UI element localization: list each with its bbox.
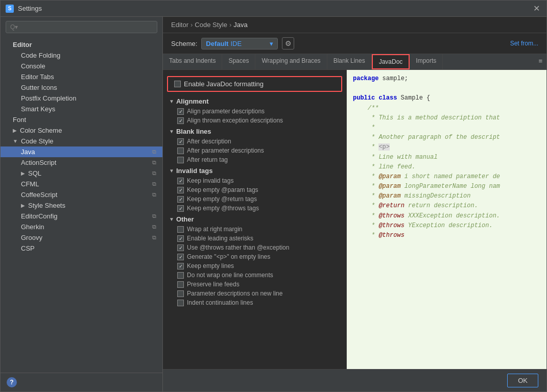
sidebar-item-coffeescript[interactable]: CoffeeScript ⧉ (1, 189, 162, 200)
scheme-select[interactable]: Default IDE ▾ (201, 38, 278, 50)
sidebar-item-code-style[interactable]: ▼ Code Style (1, 136, 162, 146)
sidebar-item-groovy[interactable]: Groovy ⧉ (1, 232, 162, 243)
alignment-header[interactable]: ▼ Alignment (163, 96, 346, 107)
no-wrap-one-line-checkbox[interactable] (177, 272, 184, 279)
preview-line: * Another paragraph of the descript (353, 133, 540, 142)
search-box (1, 17, 162, 37)
close-button[interactable]: ✕ (531, 4, 541, 14)
gear-button[interactable]: ⚙ (282, 37, 294, 50)
sidebar-item-editorconfig[interactable]: EditorConfig ⧉ (1, 211, 162, 222)
breadcrumb-editor: Editor (171, 21, 188, 29)
keep-empty-lines-checkbox[interactable] (177, 263, 184, 270)
sidebar-item-style-sheets[interactable]: ▶ Style Sheets (1, 200, 162, 211)
copy-icon: ⧉ (152, 234, 156, 241)
after-param-desc-checkbox[interactable] (177, 148, 184, 154)
copy-icon: ⧉ (152, 181, 156, 187)
sidebar-item-editor-tabs[interactable]: Editor Tabs (1, 71, 162, 82)
sidebar-item-gherkin[interactable]: Gherkin ⧉ (1, 222, 162, 232)
preview-line: * @param longParameterName long nam (353, 182, 540, 191)
titlebar-left: S Settings (6, 5, 42, 13)
tab-blank-lines[interactable]: Blank Lines (327, 54, 372, 69)
wrap-right-margin-checkbox[interactable] (177, 226, 184, 233)
sidebar-item-font[interactable]: Font (1, 114, 162, 125)
item-wrap-right-margin: Wrap at right margin (163, 225, 346, 234)
preview-line: public class Sample { (353, 93, 540, 103)
settings-window: S Settings ✕ Editor Code Folding Console (0, 0, 547, 392)
tab-wrapping-braces[interactable]: Wrapping and Braces (255, 54, 327, 69)
preserve-line-feeds-checkbox[interactable] (177, 281, 184, 288)
invalid-tags-header[interactable]: ▼ Invalid tags (163, 165, 346, 176)
tabs-bar: Tabs and Indents Spaces Wrapping and Bra… (163, 54, 546, 70)
tab-javadoc[interactable]: JavaDoc (372, 54, 410, 69)
keep-empty-return-checkbox[interactable] (177, 196, 184, 203)
preview-line: * @throws (353, 231, 540, 240)
section-invalid-tags: ▼ Invalid tags Keep invalid tags Keep em… (163, 165, 346, 213)
bottom-bar: OK (163, 369, 546, 391)
section-other: ▼ Other Wrap at right margin Enable lead… (163, 214, 346, 307)
item-keep-invalid: Keep invalid tags (163, 176, 346, 185)
sidebar-item-sql[interactable]: ▶ SQL ⧉ (1, 168, 162, 179)
leading-asterisks-checkbox[interactable] (177, 235, 184, 242)
sidebar-editor-header: Editor (1, 39, 162, 50)
other-header[interactable]: ▼ Other (163, 214, 346, 225)
preview-line: * (353, 123, 540, 133)
enable-javadoc-checkbox[interactable] (174, 81, 181, 87)
ok-button[interactable]: OK (507, 374, 538, 387)
sidebar-item-java[interactable]: Java ⧉ (1, 146, 162, 157)
sidebar-item-code-folding[interactable]: Code Folding (1, 50, 162, 61)
panel-body: Enable JavaDoc formatting ▼ Alignment Al… (163, 70, 546, 369)
search-input[interactable] (6, 21, 157, 33)
keep-empty-throws-checkbox[interactable] (177, 205, 184, 212)
section-alignment: ▼ Alignment Align parameter descriptions… (163, 96, 346, 125)
copy-icon: ⧉ (152, 159, 156, 166)
code-preview: package sample; public class Sample { /*… (347, 70, 546, 369)
sidebar-item-smart-keys[interactable]: Smart Keys (1, 104, 162, 114)
sidebar-item-postfix-completion[interactable]: Postfix Completion (1, 93, 162, 104)
use-throws-checkbox[interactable] (177, 244, 184, 251)
sidebar-item-cfml[interactable]: CFML ⧉ (1, 179, 162, 189)
breadcrumb: Editor › Code Style › Java (163, 17, 546, 33)
after-description-checkbox[interactable] (177, 138, 184, 145)
item-align-param: Align parameter descriptions (163, 107, 346, 116)
preview-line: * @return return description. (353, 201, 540, 211)
align-param-checkbox[interactable] (177, 108, 184, 115)
scheme-label: Scheme: (171, 40, 197, 47)
copy-icon: ⧉ (152, 149, 156, 155)
item-param-new-line: Parameter descriptions on new line (163, 289, 346, 298)
keep-invalid-checkbox[interactable] (177, 178, 184, 184)
sidebar-item-actionscript[interactable]: ActionScript ⧉ (1, 157, 162, 168)
app-icon: S (6, 5, 14, 13)
item-keep-empty-param: Keep empty @param tags (163, 185, 346, 194)
generate-p-checkbox[interactable] (177, 254, 184, 260)
enable-javadoc-label: Enable JavaDoc formatting (184, 80, 264, 88)
after-return-tag-checkbox[interactable] (177, 157, 184, 163)
sidebar-item-gutter-icons[interactable]: Gutter Icons (1, 82, 162, 93)
sidebar: Editor Code Folding Console Editor Tabs … (1, 17, 163, 391)
keep-empty-param-checkbox[interactable] (177, 187, 184, 193)
item-enable-leading-asterisks: Enable leading asterisks (163, 234, 346, 243)
main-content: Editor Code Folding Console Editor Tabs … (1, 17, 546, 391)
tab-imports[interactable]: Imports (410, 54, 443, 69)
align-thrown-checkbox[interactable] (177, 117, 184, 124)
item-after-return-tag: After return tag (163, 155, 346, 164)
param-new-line-checkbox[interactable] (177, 290, 184, 297)
sidebar-item-color-scheme[interactable]: ▶ Color Scheme (1, 125, 162, 136)
scheme-value-rest: IDE (230, 40, 242, 47)
titlebar: S Settings ✕ (1, 1, 546, 17)
preview-line: * Line with manual (353, 153, 540, 162)
item-preserve-line-feeds: Preserve line feeds (163, 280, 346, 289)
sidebar-item-csp[interactable]: CSP (1, 243, 162, 254)
set-from-link[interactable]: Set from... (510, 40, 538, 47)
item-after-description: After description (163, 137, 346, 146)
preview-line: * @param i short named parameter de (353, 172, 540, 182)
item-keep-empty-throws: Keep empty @throws tags (163, 204, 346, 213)
tab-spaces[interactable]: Spaces (222, 54, 255, 69)
tab-more[interactable]: ≡ (534, 54, 546, 69)
sidebar-item-console[interactable]: Console (1, 61, 162, 71)
scheme-bar: Scheme: Default IDE ▾ ⚙ Set from... (163, 33, 546, 54)
indent-continuation-checkbox[interactable] (177, 300, 184, 306)
options-panel: Enable JavaDoc formatting ▼ Alignment Al… (163, 70, 347, 369)
help-button[interactable]: ? (7, 377, 17, 387)
tab-tabs-indents[interactable]: Tabs and Indents (163, 54, 222, 69)
blank-lines-header[interactable]: ▼ Blank lines (163, 126, 346, 137)
